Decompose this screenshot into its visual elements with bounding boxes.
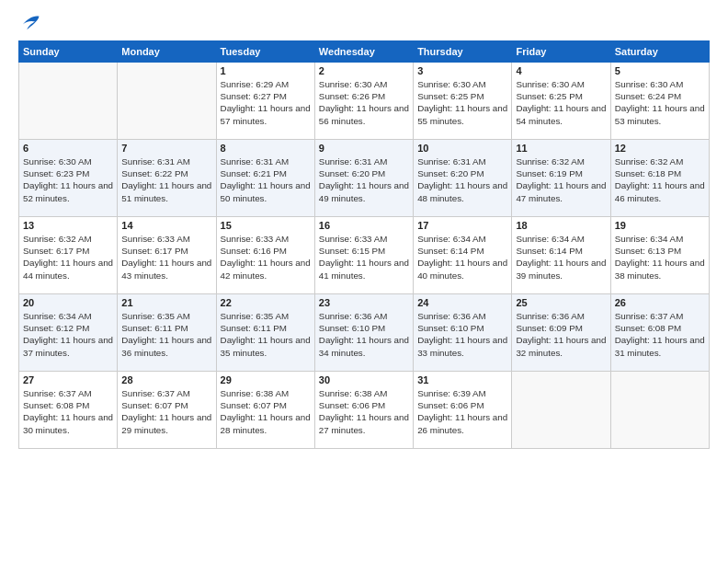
weekday-sunday: Sunday: [19, 41, 118, 63]
calendar-cell: [19, 63, 118, 140]
day-number: 22: [221, 297, 311, 308]
day-number: 21: [121, 297, 211, 308]
calendar-cell: 26Sunrise: 6:37 AMSunset: 6:08 PMDayligh…: [610, 294, 709, 372]
logo-bird-icon: [20, 15, 40, 31]
day-info: Sunrise: 6:31 AMSunset: 6:21 PMDaylight:…: [221, 155, 311, 204]
day-info: Sunrise: 6:34 AMSunset: 6:12 PMDaylight:…: [23, 310, 113, 359]
day-number: 3: [417, 65, 507, 76]
day-info: Sunrise: 6:33 AMSunset: 6:17 PMDaylight:…: [121, 233, 211, 282]
day-info: Sunrise: 6:36 AMSunset: 6:10 PMDaylight:…: [319, 310, 409, 359]
day-number: 11: [516, 143, 606, 154]
calendar-cell: [512, 372, 610, 449]
calendar-cell: [610, 372, 709, 449]
calendar-cell: 24Sunrise: 6:36 AMSunset: 6:10 PMDayligh…: [414, 294, 512, 372]
calendar-cell: 1Sunrise: 6:29 AMSunset: 6:27 PMDaylight…: [216, 63, 314, 140]
day-info: Sunrise: 6:36 AMSunset: 6:09 PMDaylight:…: [516, 310, 606, 359]
logo: [18, 15, 40, 31]
calendar-cell: 4Sunrise: 6:30 AMSunset: 6:25 PMDaylight…: [512, 63, 610, 140]
day-info: Sunrise: 6:35 AMSunset: 6:11 PMDaylight:…: [121, 310, 211, 359]
day-info: Sunrise: 6:37 AMSunset: 6:07 PMDaylight:…: [121, 387, 211, 436]
calendar-cell: 2Sunrise: 6:30 AMSunset: 6:26 PMDaylight…: [314, 63, 413, 140]
day-number: 14: [121, 220, 211, 231]
day-number: 24: [417, 297, 507, 308]
day-info: Sunrise: 6:37 AMSunset: 6:08 PMDaylight:…: [23, 387, 113, 436]
day-info: Sunrise: 6:34 AMSunset: 6:14 PMDaylight:…: [417, 233, 507, 282]
day-info: Sunrise: 6:30 AMSunset: 6:25 PMDaylight:…: [516, 78, 606, 127]
day-number: 8: [221, 143, 311, 154]
day-number: 29: [221, 374, 311, 385]
day-info: Sunrise: 6:32 AMSunset: 6:17 PMDaylight:…: [23, 233, 113, 282]
day-info: Sunrise: 6:39 AMSunset: 6:06 PMDaylight:…: [417, 387, 507, 436]
calendar-cell: 11Sunrise: 6:32 AMSunset: 6:19 PMDayligh…: [512, 140, 610, 217]
calendar-cell: 7Sunrise: 6:31 AMSunset: 6:22 PMDaylight…: [118, 140, 216, 217]
calendar-cell: 16Sunrise: 6:33 AMSunset: 6:15 PMDayligh…: [314, 217, 413, 294]
day-number: 2: [319, 65, 409, 76]
calendar-cell: 18Sunrise: 6:34 AMSunset: 6:14 PMDayligh…: [512, 217, 610, 294]
day-info: Sunrise: 6:38 AMSunset: 6:07 PMDaylight:…: [221, 387, 311, 436]
logo-text: [18, 15, 40, 31]
weekday-wednesday: Wednesday: [314, 41, 413, 63]
day-info: Sunrise: 6:37 AMSunset: 6:08 PMDaylight:…: [615, 310, 705, 359]
day-info: Sunrise: 6:31 AMSunset: 6:20 PMDaylight:…: [417, 155, 507, 204]
week-row-3: 13Sunrise: 6:32 AMSunset: 6:17 PMDayligh…: [19, 217, 710, 294]
day-number: 9: [319, 143, 409, 154]
day-number: 10: [417, 143, 507, 154]
calendar-cell: 15Sunrise: 6:33 AMSunset: 6:16 PMDayligh…: [216, 217, 314, 294]
calendar-cell: 9Sunrise: 6:31 AMSunset: 6:20 PMDaylight…: [314, 140, 413, 217]
header: [18, 15, 710, 31]
calendar-cell: 25Sunrise: 6:36 AMSunset: 6:09 PMDayligh…: [512, 294, 610, 372]
day-number: 4: [516, 65, 606, 76]
weekday-header-row: SundayMondayTuesdayWednesdayThursdayFrid…: [19, 41, 710, 63]
calendar-cell: 5Sunrise: 6:30 AMSunset: 6:24 PMDaylight…: [610, 63, 709, 140]
day-number: 19: [615, 220, 705, 231]
calendar-cell: 29Sunrise: 6:38 AMSunset: 6:07 PMDayligh…: [216, 372, 314, 449]
day-info: Sunrise: 6:36 AMSunset: 6:10 PMDaylight:…: [417, 310, 507, 359]
day-number: 16: [319, 220, 409, 231]
weekday-tuesday: Tuesday: [216, 41, 314, 63]
weekday-monday: Monday: [118, 41, 216, 63]
day-info: Sunrise: 6:35 AMSunset: 6:11 PMDaylight:…: [221, 310, 311, 359]
day-info: Sunrise: 6:29 AMSunset: 6:27 PMDaylight:…: [221, 78, 311, 127]
calendar-cell: 13Sunrise: 6:32 AMSunset: 6:17 PMDayligh…: [19, 217, 118, 294]
day-info: Sunrise: 6:33 AMSunset: 6:16 PMDaylight:…: [221, 233, 311, 282]
calendar-cell: 22Sunrise: 6:35 AMSunset: 6:11 PMDayligh…: [216, 294, 314, 372]
day-info: Sunrise: 6:30 AMSunset: 6:24 PMDaylight:…: [615, 78, 705, 127]
day-info: Sunrise: 6:30 AMSunset: 6:26 PMDaylight:…: [319, 78, 409, 127]
day-number: 23: [319, 297, 409, 308]
day-number: 30: [319, 374, 409, 385]
calendar-cell: 28Sunrise: 6:37 AMSunset: 6:07 PMDayligh…: [118, 372, 216, 449]
day-number: 12: [615, 143, 705, 154]
day-info: Sunrise: 6:31 AMSunset: 6:22 PMDaylight:…: [121, 155, 211, 204]
calendar-cell: 21Sunrise: 6:35 AMSunset: 6:11 PMDayligh…: [118, 294, 216, 372]
day-info: Sunrise: 6:31 AMSunset: 6:20 PMDaylight:…: [319, 155, 409, 204]
calendar-cell: 30Sunrise: 6:38 AMSunset: 6:06 PMDayligh…: [314, 372, 413, 449]
weekday-thursday: Thursday: [414, 41, 512, 63]
calendar-cell: 17Sunrise: 6:34 AMSunset: 6:14 PMDayligh…: [414, 217, 512, 294]
day-info: Sunrise: 6:30 AMSunset: 6:23 PMDaylight:…: [23, 155, 113, 204]
week-row-1: 1Sunrise: 6:29 AMSunset: 6:27 PMDaylight…: [19, 63, 710, 140]
day-number: 5: [615, 65, 705, 76]
day-info: Sunrise: 6:32 AMSunset: 6:18 PMDaylight:…: [615, 155, 705, 204]
day-info: Sunrise: 6:32 AMSunset: 6:19 PMDaylight:…: [516, 155, 606, 204]
calendar-cell: 12Sunrise: 6:32 AMSunset: 6:18 PMDayligh…: [610, 140, 709, 217]
calendar-cell: 8Sunrise: 6:31 AMSunset: 6:21 PMDaylight…: [216, 140, 314, 217]
calendar-cell: 23Sunrise: 6:36 AMSunset: 6:10 PMDayligh…: [314, 294, 413, 372]
day-number: 18: [516, 220, 606, 231]
week-row-2: 6Sunrise: 6:30 AMSunset: 6:23 PMDaylight…: [19, 140, 710, 217]
calendar-cell: 27Sunrise: 6:37 AMSunset: 6:08 PMDayligh…: [19, 372, 118, 449]
day-number: 17: [417, 220, 507, 231]
day-info: Sunrise: 6:33 AMSunset: 6:15 PMDaylight:…: [319, 233, 409, 282]
page: SundayMondayTuesdayWednesdayThursdayFrid…: [0, 0, 728, 563]
day-info: Sunrise: 6:30 AMSunset: 6:25 PMDaylight:…: [417, 78, 507, 127]
calendar-cell: 3Sunrise: 6:30 AMSunset: 6:25 PMDaylight…: [414, 63, 512, 140]
day-info: Sunrise: 6:38 AMSunset: 6:06 PMDaylight:…: [319, 387, 409, 436]
weekday-friday: Friday: [512, 41, 610, 63]
day-number: 7: [121, 143, 211, 154]
calendar: SundayMondayTuesdayWednesdayThursdayFrid…: [18, 40, 710, 449]
day-number: 25: [516, 297, 606, 308]
day-number: 20: [23, 297, 113, 308]
day-number: 6: [23, 143, 113, 154]
calendar-cell: 19Sunrise: 6:34 AMSunset: 6:13 PMDayligh…: [610, 217, 709, 294]
calendar-cell: [118, 63, 216, 140]
day-info: Sunrise: 6:34 AMSunset: 6:14 PMDaylight:…: [516, 233, 606, 282]
